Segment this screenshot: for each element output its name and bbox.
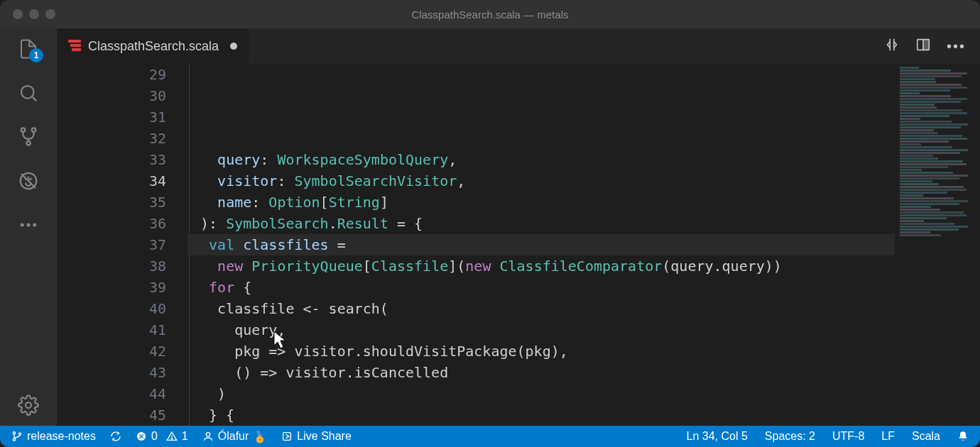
svg-point-16: [206, 433, 209, 436]
editor-area: ClasspathSearch.scala ••• 29303132333435…: [57, 28, 980, 426]
source-control-icon[interactable]: [18, 126, 39, 148]
maximize-window-icon[interactable]: [45, 9, 55, 19]
tab-bar: ClasspathSearch.scala •••: [57, 28, 980, 64]
scala-file-icon: [68, 40, 81, 53]
status-liveshare[interactable]: Live Share: [281, 430, 352, 443]
status-eol[interactable]: LF: [881, 430, 895, 443]
svg-point-12: [13, 438, 15, 441]
status-indent[interactable]: Spaces: 2: [765, 430, 815, 443]
debug-icon[interactable]: [18, 170, 39, 192]
svg-point-5: [21, 224, 24, 227]
title-bar: ClasspathSearch.scala — metals: [0, 0, 980, 28]
split-editor-icon[interactable]: [915, 37, 931, 55]
status-sync[interactable]: [110, 431, 121, 442]
more-actions-icon[interactable]: •••: [947, 38, 966, 55]
status-lang[interactable]: Scala: [912, 430, 940, 443]
status-bell[interactable]: [957, 431, 969, 442]
svg-point-6: [27, 224, 31, 227]
status-branch[interactable]: release-notes: [11, 430, 96, 443]
modified-indicator-icon: [230, 43, 237, 50]
svg-point-7: [33, 224, 36, 227]
svg-rect-10: [923, 40, 929, 50]
status-problems[interactable]: 0 1: [136, 430, 188, 443]
more-icon[interactable]: [18, 214, 39, 236]
workbench-body: 1 Cla: [0, 28, 980, 426]
tab-filename: ClasspathSearch.scala: [88, 39, 219, 54]
status-position[interactable]: Ln 34, Col 5: [687, 430, 748, 443]
svg-point-1: [21, 128, 26, 132]
svg-point-15: [171, 438, 172, 439]
search-icon[interactable]: [18, 82, 39, 104]
minimap-content: [900, 67, 976, 237]
editor-actions: •••: [884, 28, 980, 64]
explorer-badge: 1: [29, 48, 43, 62]
status-encoding[interactable]: UTF-8: [832, 430, 864, 443]
svg-point-2: [32, 128, 36, 132]
svg-point-0: [21, 86, 34, 99]
window-controls: [13, 9, 55, 19]
compare-icon[interactable]: [884, 37, 900, 55]
window-root: ClasspathSearch.scala — metals 1: [0, 0, 980, 447]
code-editor[interactable]: 2930313233343536373839404142434445 query…: [57, 64, 980, 426]
window-title: ClasspathSearch.scala — metals: [412, 9, 569, 21]
status-bar: release-notes 0 1 Ólafur 🏅 Live Share: [0, 426, 980, 447]
code-content[interactable]: query: WorkspaceSymbolQuery, visitor: Sy…: [187, 64, 895, 426]
svg-point-11: [13, 432, 15, 434]
explorer-icon[interactable]: 1: [18, 38, 39, 60]
svg-point-13: [18, 433, 21, 435]
close-window-icon[interactable]: [13, 9, 23, 19]
minimize-window-icon[interactable]: [29, 9, 39, 19]
settings-icon[interactable]: [18, 394, 39, 416]
activity-bar: 1: [0, 28, 57, 426]
minimap[interactable]: [895, 64, 980, 426]
status-user[interactable]: Ólafur 🏅: [202, 430, 268, 443]
tab-classpathsearch[interactable]: ClasspathSearch.scala: [57, 28, 249, 64]
svg-point-3: [26, 141, 31, 145]
svg-point-8: [26, 402, 31, 408]
line-gutter: 2930313233343536373839404142434445: [57, 64, 187, 426]
